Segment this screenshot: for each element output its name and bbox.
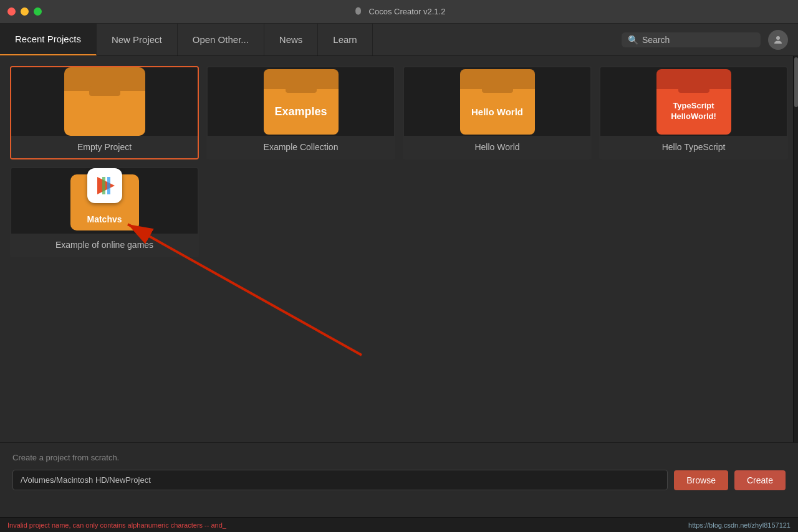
scrollbar[interactable]: [793, 56, 798, 442]
card-label-typescript: Hello TypeScript: [600, 136, 787, 158]
project-card-examples[interactable]: Examples Example Collection: [206, 66, 395, 159]
project-grid: Empty Project Examples Example Collectio…: [0, 56, 798, 442]
project-card-typescript[interactable]: TypeScriptHelloWorld! Hello TypeScript: [599, 66, 788, 159]
card-icon-hello: Hello World: [404, 67, 590, 136]
svg-rect-4: [107, 177, 110, 194]
user-avatar-button[interactable]: [768, 30, 788, 50]
nav-bar: Recent Projects New Project Open Other..…: [0, 24, 798, 56]
scrollbar-thumb[interactable]: [794, 57, 798, 107]
project-card-matchvs[interactable]: Matchvs Example of online games: [10, 167, 199, 257]
tab-recent-projects[interactable]: Recent Projects: [0, 24, 97, 55]
bottom-action-row: Browse Create: [12, 470, 786, 490]
matchvs-app-icon: [92, 173, 117, 198]
card-label-empty: Empty Project: [11, 136, 198, 158]
tab-open-other[interactable]: Open Other...: [178, 24, 264, 55]
nav-search-area: 🔍: [612, 24, 798, 55]
matchvs-label: Matchvs: [87, 214, 122, 224]
svg-rect-3: [102, 177, 105, 194]
card-icon-examples: Examples: [208, 67, 394, 136]
hello-world-label: Hello World: [471, 107, 523, 117]
create-button[interactable]: Create: [734, 470, 786, 490]
svg-marker-2: [97, 177, 115, 194]
status-bar: Invalid project name, can only contains …: [0, 517, 798, 532]
blog-link[interactable]: https://blog.csdn.net/zhyl8157121: [688, 521, 791, 529]
tab-new-project[interactable]: New Project: [97, 24, 178, 55]
cocos-logo-icon: [353, 6, 364, 17]
project-path-input[interactable]: [12, 470, 668, 490]
tab-learn[interactable]: Learn: [318, 24, 372, 55]
title-bar: Cocos Creator v2.1.2: [0, 0, 798, 24]
svg-point-1: [776, 36, 780, 40]
card-icon-empty: [11, 67, 198, 136]
search-icon: 🔍: [628, 35, 638, 45]
tab-news[interactable]: News: [264, 24, 319, 55]
card-label-hello: Hello World: [404, 136, 590, 158]
browse-button[interactable]: Browse: [674, 470, 728, 490]
card-icon-typescript: TypeScriptHelloWorld!: [600, 67, 787, 136]
app-title: Cocos Creator v2.1.2: [369, 7, 446, 16]
traffic-lights: [7, 7, 42, 16]
card-label-examples: Example Collection: [208, 136, 394, 158]
examples-label: Examples: [274, 105, 327, 118]
card-label-matchvs: Example of online games: [11, 234, 198, 256]
error-message: Invalid project name, can only contains …: [7, 521, 226, 529]
window-title: Cocos Creator v2.1.2: [353, 6, 446, 17]
search-input[interactable]: [642, 35, 754, 45]
user-icon: [772, 34, 784, 45]
project-card-empty[interactable]: Empty Project: [10, 66, 199, 159]
close-button[interactable]: [7, 7, 16, 16]
minimize-button[interactable]: [21, 7, 29, 16]
project-grid-wrapper: Empty Project Examples Example Collectio…: [0, 56, 798, 442]
card-icon-matchvs: Matchvs: [11, 168, 198, 234]
project-card-hello[interactable]: Hello World Hello World: [403, 66, 592, 159]
typescript-label: TypeScriptHelloWorld!: [671, 101, 716, 122]
bottom-bar: Create a project from scratch. Browse Cr…: [0, 442, 798, 517]
search-box[interactable]: 🔍: [622, 32, 761, 47]
maximize-button[interactable]: [34, 7, 42, 16]
project-description: Create a project from scratch.: [12, 453, 786, 462]
